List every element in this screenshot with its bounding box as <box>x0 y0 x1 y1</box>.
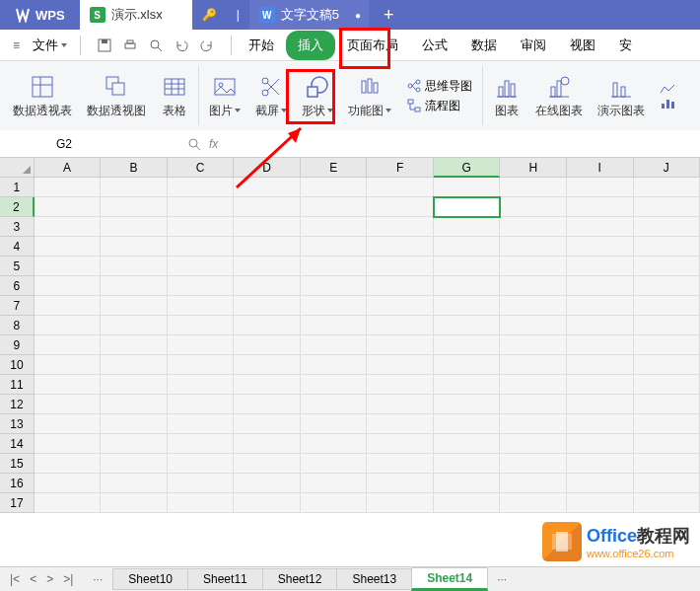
cell[interactable] <box>234 237 301 257</box>
row-header[interactable]: 11 <box>0 375 35 395</box>
cell[interactable] <box>301 316 368 335</box>
cell[interactable] <box>634 335 700 355</box>
cell[interactable] <box>168 395 235 414</box>
cell[interactable] <box>168 355 235 375</box>
cell[interactable] <box>234 454 301 474</box>
cell[interactable] <box>634 197 700 217</box>
cell[interactable] <box>35 474 102 493</box>
cell[interactable] <box>301 395 368 414</box>
cell[interactable] <box>567 375 634 395</box>
shapes-button[interactable]: 形状 <box>297 66 338 125</box>
sheet-tab[interactable]: Sheet11 <box>187 568 263 590</box>
cell[interactable] <box>567 414 634 434</box>
cell[interactable] <box>168 493 235 513</box>
cell[interactable] <box>634 217 700 237</box>
cell[interactable] <box>234 414 301 434</box>
cell[interactable] <box>367 237 434 257</box>
cell[interactable] <box>301 375 368 395</box>
cell[interactable] <box>634 276 700 296</box>
cell[interactable] <box>301 335 368 355</box>
search-icon[interactable] <box>187 137 201 151</box>
cell[interactable] <box>567 395 634 414</box>
cell[interactable] <box>101 335 168 355</box>
sheet-nav-next[interactable]: > <box>41 572 58 586</box>
col-header-active[interactable]: G <box>434 158 501 178</box>
ribbon-tab-formula[interactable]: 公式 <box>410 31 459 60</box>
cell[interactable] <box>567 355 634 375</box>
cell[interactable] <box>168 454 235 474</box>
cell[interactable] <box>500 197 567 217</box>
row-header[interactable]: 12 <box>0 395 35 414</box>
sheet-tab[interactable]: Sheet13 <box>336 568 412 590</box>
cell[interactable] <box>367 355 434 375</box>
cell[interactable] <box>567 296 634 316</box>
cell[interactable] <box>168 316 235 335</box>
cell[interactable] <box>234 316 301 335</box>
cell[interactable] <box>500 257 567 276</box>
cell[interactable] <box>634 296 700 316</box>
col-header[interactable]: A <box>35 158 102 178</box>
online-chart-button[interactable]: 在线图表 <box>530 66 588 125</box>
cell[interactable] <box>168 296 235 316</box>
cell[interactable] <box>367 454 434 474</box>
col-header[interactable]: J <box>634 158 700 178</box>
cell[interactable] <box>634 474 700 493</box>
cell[interactable] <box>634 355 700 375</box>
cell[interactable] <box>567 493 634 513</box>
ribbon-tab-layout[interactable]: 页面布局 <box>335 31 410 60</box>
cell[interactable] <box>367 316 434 335</box>
cell[interactable] <box>168 237 235 257</box>
cell[interactable] <box>301 178 368 197</box>
sheet-nav-last[interactable]: >| <box>58 572 78 586</box>
sparkline-line[interactable] <box>660 83 678 95</box>
cell[interactable] <box>367 434 434 454</box>
cell[interactable] <box>367 178 434 197</box>
cell[interactable] <box>35 276 102 296</box>
ribbon-tab-insert[interactable]: 插入 <box>286 31 335 60</box>
ribbon-tab-home[interactable]: 开始 <box>237 31 286 60</box>
cell[interactable] <box>367 276 434 296</box>
cell[interactable] <box>234 434 301 454</box>
cell[interactable] <box>101 434 168 454</box>
ribbon-tab-view[interactable]: 视图 <box>558 31 607 60</box>
col-header[interactable]: D <box>234 158 301 178</box>
cell[interactable] <box>434 335 501 355</box>
picture-button[interactable]: 图片 <box>198 66 245 125</box>
cell[interactable] <box>101 414 168 434</box>
cell[interactable] <box>35 454 102 474</box>
save-icon[interactable] <box>96 37 113 54</box>
col-header[interactable]: I <box>567 158 634 178</box>
cell[interactable] <box>634 375 700 395</box>
cell[interactable] <box>500 178 567 197</box>
cell[interactable] <box>634 454 700 474</box>
sheet-tab[interactable]: Sheet12 <box>262 568 338 590</box>
cell[interactable] <box>234 355 301 375</box>
cell[interactable] <box>35 316 102 335</box>
row-header[interactable]: 5 <box>0 257 35 276</box>
cell[interactable] <box>234 335 301 355</box>
row-header[interactable]: 6 <box>0 276 35 296</box>
pivot-chart-button[interactable]: 数据透视图 <box>82 66 151 125</box>
cell[interactable] <box>634 434 700 454</box>
cell[interactable] <box>367 395 434 414</box>
cell[interactable] <box>567 178 634 197</box>
cell[interactable] <box>35 217 102 237</box>
cell[interactable] <box>35 395 102 414</box>
cell[interactable] <box>234 276 301 296</box>
cell[interactable] <box>35 375 102 395</box>
cell[interactable] <box>567 197 634 217</box>
file-menu[interactable]: 文件 <box>25 30 75 61</box>
cell[interactable] <box>500 474 567 493</box>
cell[interactable] <box>101 257 168 276</box>
cell[interactable] <box>101 493 168 513</box>
flowchart-button[interactable]: 流程图 <box>406 98 472 114</box>
cell[interactable] <box>367 197 434 217</box>
col-header[interactable]: B <box>101 158 168 178</box>
cell[interactable] <box>101 197 168 217</box>
sheet-tab[interactable]: Sheet10 <box>112 568 188 590</box>
cell[interactable] <box>367 335 434 355</box>
row-header[interactable]: 10 <box>0 355 35 375</box>
cell[interactable] <box>500 237 567 257</box>
cell[interactable] <box>101 178 168 197</box>
row-header[interactable]: 8 <box>0 316 35 335</box>
